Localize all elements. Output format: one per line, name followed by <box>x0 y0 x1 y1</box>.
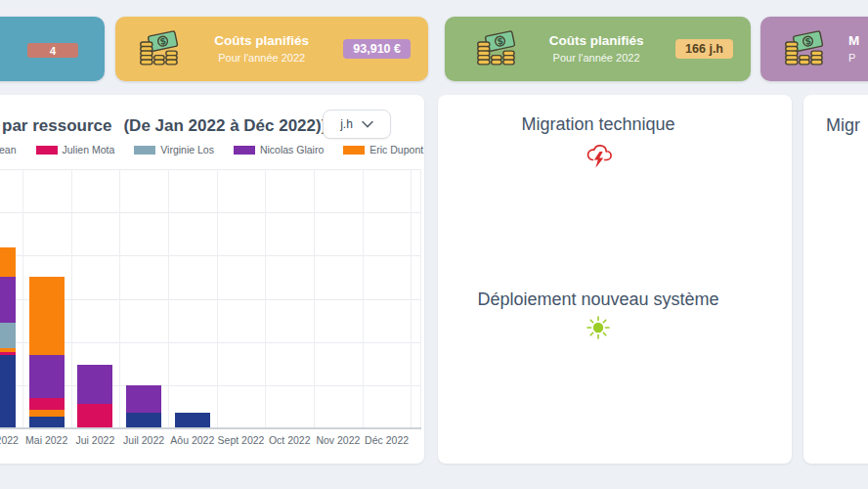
kpi-card-count: 4 <box>0 17 105 81</box>
gridline-vertical <box>168 169 169 428</box>
gridline-vertical <box>314 169 315 428</box>
bar-segment <box>0 348 16 352</box>
bar-segment <box>77 365 112 404</box>
gridline-vertical <box>411 169 412 428</box>
resource-chart-panel: par ressource(De Jan 2022 à Déc 2022)) e… <box>0 95 424 464</box>
side-panel-title: Migr <box>826 115 860 136</box>
bar-segment <box>29 410 65 417</box>
status-item-migration-technique: Migration technique <box>438 114 759 171</box>
kpi-card-partial: M P <box>760 17 868 81</box>
legend-label: ean <box>0 144 17 156</box>
bar-segment <box>126 385 161 413</box>
legend-label: Virginie Los <box>160 144 214 156</box>
status-title: Migration technique <box>521 114 674 135</box>
legend-swatch <box>343 146 365 155</box>
bar-segment <box>0 355 16 427</box>
bar-segment <box>0 323 16 348</box>
bar-segment <box>29 398 65 410</box>
chart-title-range: (De Jan 2022 à Déc 2022)) <box>123 116 326 135</box>
legend-item[interactable]: ean <box>0 144 17 156</box>
gridline-horizontal <box>0 212 421 213</box>
kpi-card-subtitle: P <box>848 52 868 65</box>
kpi-card-text: Coûts planifiés Pour l'année 2022 <box>517 33 675 64</box>
kpi-card-title: M <box>848 33 868 49</box>
kpi-card-planned-costs-jh: Coûts planifiés Pour l'année 2022 166 j.… <box>445 17 751 81</box>
project-status-panel: Migration technique Déploiement nouveau … <box>438 95 792 464</box>
gridline-vertical <box>22 169 23 428</box>
money-icon <box>474 29 517 68</box>
bar-segment <box>126 413 161 427</box>
x-axis-line <box>0 427 421 429</box>
legend-swatch <box>134 146 155 155</box>
bar-segment <box>175 413 210 427</box>
gridline-vertical <box>217 169 218 428</box>
chevron-down-icon <box>362 120 373 128</box>
money-icon <box>137 29 180 68</box>
bar-segment <box>0 247 16 277</box>
chart-legend: eanJulien MotaVirginie LosNicolas Glairo… <box>0 144 424 156</box>
bar-segment <box>29 277 65 355</box>
gridline-vertical <box>119 169 120 428</box>
kpi-card-subtitle: Pour l'année 2022 <box>180 52 343 65</box>
sun-icon <box>586 315 611 340</box>
unit-dropdown[interactable]: j.h <box>323 110 391 139</box>
money-icon <box>782 29 825 68</box>
bar-segment <box>29 417 65 427</box>
bar-segment <box>77 404 112 427</box>
status-item-deploiement-systeme: Déploiement nouveau système <box>438 289 759 340</box>
chart-title: par ressource(De Jan 2022 à Déc 2022)) <box>2 116 326 136</box>
planned-costs-jh-badge: 166 j.h <box>675 39 733 59</box>
gridline-horizontal <box>0 255 421 256</box>
bar-segment <box>0 277 16 323</box>
legend-swatch <box>36 146 58 155</box>
gridline-vertical <box>71 169 72 428</box>
storm-icon <box>584 140 613 171</box>
plot-right-border <box>420 169 421 428</box>
chart-title-partial: par ressource <box>2 116 111 135</box>
unit-dropdown-value: j.h <box>340 117 353 131</box>
kpi-card-text: Coûts planifiés Pour l'année 2022 <box>180 33 343 64</box>
bar-segment <box>29 355 65 398</box>
legend-label: Eric Dupont <box>369 144 423 156</box>
status-title: Déploiement nouveau système <box>477 289 718 310</box>
plot-area: Avr 2022Mai 2022Jui 2022Juil 2022Aôu 202… <box>0 169 421 428</box>
legend-item[interactable]: Virginie Los <box>134 144 214 156</box>
legend-swatch <box>234 146 255 155</box>
legend-label: Julien Mota <box>63 144 115 156</box>
gridline-vertical <box>265 169 266 428</box>
kpi-card-text: M P <box>848 33 868 64</box>
legend-item[interactable]: Julien Mota <box>36 144 115 156</box>
gridline-vertical <box>363 169 364 428</box>
planned-costs-eur-badge: 93,910 € <box>343 39 411 59</box>
legend-item[interactable]: Eric Dupont <box>343 144 423 156</box>
kpi-card-subtitle: Pour l'année 2022 <box>517 52 675 65</box>
kpi-card-planned-costs-eur: Coûts planifiés Pour l'année 2022 93,910… <box>115 17 428 81</box>
x-axis-label: Déc 2022 <box>356 434 418 446</box>
right-partial-panel: Migr <box>803 95 868 464</box>
kpi-card-title: Coûts planifiés <box>517 33 675 49</box>
bar-segment <box>0 352 16 355</box>
legend-item[interactable]: Nicolas Glairo <box>234 144 324 156</box>
count-badge: 4 <box>27 43 78 58</box>
gridline-horizontal <box>0 169 421 170</box>
legend-label: Nicolas Glairo <box>260 144 324 156</box>
kpi-card-title: Coûts planifiés <box>180 33 343 49</box>
